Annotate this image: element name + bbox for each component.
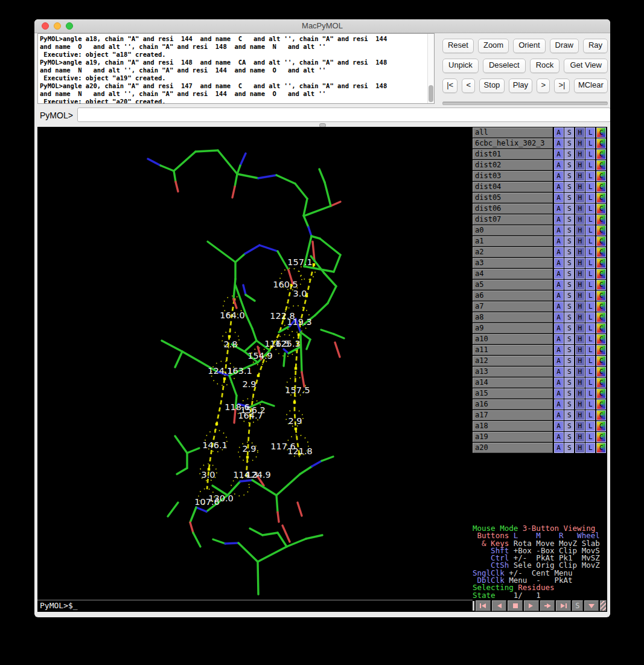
object-name-a15[interactable]: a15	[473, 388, 553, 399]
object-name-a0[interactable]: a0	[473, 225, 553, 236]
object-a7-s-menu-button[interactable]: S	[564, 301, 574, 312]
object-a17-c-menu-button[interactable]: C	[596, 410, 606, 420]
object-dist06-s-menu-button[interactable]: S	[564, 204, 574, 214]
object-a14-c-menu-button[interactable]: C	[596, 377, 606, 388]
object-a11-c-menu-button[interactable]: C	[596, 345, 606, 355]
object-a15-h-menu-button[interactable]: H	[575, 388, 585, 399]
object-a6-c-menu-button[interactable]: C	[596, 291, 606, 301]
object-name-a12[interactable]: a12	[473, 356, 553, 366]
object-all-a-menu-button[interactable]: A	[554, 127, 564, 138]
object-a2-h-menu-button[interactable]: H	[575, 247, 585, 257]
object-a12-h-menu-button[interactable]: H	[575, 356, 585, 366]
object-a13-s-menu-button[interactable]: S	[564, 367, 574, 377]
resize-grip[interactable]	[600, 600, 607, 611]
object-name-a17[interactable]: a17	[473, 410, 553, 420]
object-a4-h-menu-button[interactable]: H	[575, 269, 585, 279]
object-a11-a-menu-button[interactable]: A	[554, 345, 564, 355]
object-dist03-s-menu-button[interactable]: S	[564, 171, 574, 181]
object-dist05-s-menu-button[interactable]: S	[564, 193, 574, 203]
object-dist01-a-menu-button[interactable]: A	[554, 149, 564, 159]
object-a2-l-menu-button[interactable]: L	[585, 247, 595, 257]
object-a7-h-menu-button[interactable]: H	[575, 301, 585, 312]
object-name-a8[interactable]: a8	[473, 312, 553, 323]
object-a2-c-menu-button[interactable]: C	[596, 247, 606, 257]
object-a7-l-menu-button[interactable]: L	[585, 301, 595, 312]
object-all-c-menu-button[interactable]: C	[596, 127, 606, 138]
object-a3-l-menu-button[interactable]: L	[585, 258, 595, 268]
object-a6-s-menu-button[interactable]: S	[564, 291, 574, 301]
movie-button-[interactable]: >|	[554, 79, 569, 93]
object-a18-h-menu-button[interactable]: H	[575, 421, 585, 431]
object-a14-l-menu-button[interactable]: L	[585, 377, 595, 388]
object-a6-a-menu-button[interactable]: A	[554, 291, 564, 301]
object-dist05-c-menu-button[interactable]: C	[596, 193, 606, 203]
object-a0-c-menu-button[interactable]: C	[596, 225, 606, 236]
object-a15-a-menu-button[interactable]: A	[554, 388, 564, 399]
object-dist04-s-menu-button[interactable]: S	[564, 182, 574, 192]
object-dist07-l-menu-button[interactable]: L	[585, 214, 595, 225]
object-dist01-h-menu-button[interactable]: H	[575, 149, 585, 159]
button-unpick[interactable]: Unpick	[442, 59, 479, 73]
object-a10-c-menu-button[interactable]: C	[596, 334, 606, 344]
object-a20-c-menu-button[interactable]: C	[596, 443, 606, 453]
object-6cbc_helix_302_3-l-menu-button[interactable]: L	[585, 138, 595, 149]
object-dist03-a-menu-button[interactable]: A	[554, 171, 564, 181]
object-a13-c-menu-button[interactable]: C	[596, 367, 606, 377]
object-a20-a-menu-button[interactable]: A	[554, 443, 564, 453]
step-forward-button[interactable]	[540, 600, 555, 611]
object-dist02-l-menu-button[interactable]: L	[585, 160, 595, 170]
button-reset[interactable]: Reset	[442, 39, 474, 53]
console-scrollbar[interactable]	[427, 34, 434, 103]
object-name-dist01[interactable]: dist01	[473, 149, 553, 159]
object-dist05-l-menu-button[interactable]: L	[585, 193, 595, 203]
object-a15-l-menu-button[interactable]: L	[585, 388, 595, 399]
object-a7-a-menu-button[interactable]: A	[554, 301, 564, 312]
object-a16-c-menu-button[interactable]: C	[596, 399, 606, 410]
object-a2-a-menu-button[interactable]: A	[554, 247, 564, 257]
object-a1-s-menu-button[interactable]: S	[564, 236, 574, 246]
s-button[interactable]: S	[572, 600, 583, 611]
object-dist04-c-menu-button[interactable]: C	[596, 182, 606, 192]
console-scrollbar-thumb[interactable]	[429, 85, 433, 102]
step-back-button[interactable]	[492, 600, 507, 611]
object-dist07-c-menu-button[interactable]: C	[596, 214, 606, 225]
object-a4-l-menu-button[interactable]: L	[585, 269, 595, 279]
dropdown-button[interactable]	[584, 600, 599, 611]
object-a10-l-menu-button[interactable]: L	[585, 334, 595, 344]
object-a20-h-menu-button[interactable]: H	[575, 443, 585, 453]
object-a5-c-menu-button[interactable]: C	[596, 280, 606, 290]
movie-button-[interactable]: <	[462, 79, 475, 93]
object-name-a3[interactable]: a3	[473, 258, 553, 268]
object-6cbc_helix_302_3-h-menu-button[interactable]: H	[575, 138, 585, 149]
object-a8-l-menu-button[interactable]: L	[585, 312, 595, 323]
object-dist02-a-menu-button[interactable]: A	[554, 160, 564, 170]
pane-divider[interactable]	[34, 123, 610, 127]
movie-button-[interactable]: >	[537, 79, 550, 93]
molecule-viewport[interactable]: 157.1160.53.0164.0122.8119.32.8116.5125.…	[37, 127, 473, 600]
object-a4-c-menu-button[interactable]: C	[596, 269, 606, 279]
object-a19-h-menu-button[interactable]: H	[575, 432, 585, 442]
object-a0-a-menu-button[interactable]: A	[554, 225, 564, 236]
object-a20-s-menu-button[interactable]: S	[564, 443, 574, 453]
object-a5-s-menu-button[interactable]: S	[564, 280, 574, 290]
object-6cbc_helix_302_3-s-menu-button[interactable]: S	[564, 138, 574, 149]
object-dist05-a-menu-button[interactable]: A	[554, 193, 564, 203]
object-a19-l-menu-button[interactable]: L	[585, 432, 595, 442]
object-a0-h-menu-button[interactable]: H	[575, 225, 585, 236]
object-a12-l-menu-button[interactable]: L	[585, 356, 595, 366]
object-a15-c-menu-button[interactable]: C	[596, 388, 606, 399]
object-name-a6[interactable]: a6	[473, 291, 553, 301]
object-a12-s-menu-button[interactable]: S	[564, 356, 574, 366]
stop-button[interactable]	[508, 600, 523, 611]
object-name-a7[interactable]: a7	[473, 301, 553, 312]
object-name-a10[interactable]: a10	[473, 334, 553, 344]
button-ray[interactable]: Ray	[583, 39, 608, 53]
object-a1-l-menu-button[interactable]: L	[585, 236, 595, 246]
object-name-dist02[interactable]: dist02	[473, 160, 553, 170]
object-a1-h-menu-button[interactable]: H	[575, 236, 585, 246]
title-bar[interactable]: MacPyMOL	[34, 19, 610, 33]
object-dist04-h-menu-button[interactable]: H	[575, 182, 585, 192]
object-dist06-a-menu-button[interactable]: A	[554, 204, 564, 214]
object-name-all[interactable]: all	[473, 127, 553, 138]
object-name-dist04[interactable]: dist04	[473, 182, 553, 192]
